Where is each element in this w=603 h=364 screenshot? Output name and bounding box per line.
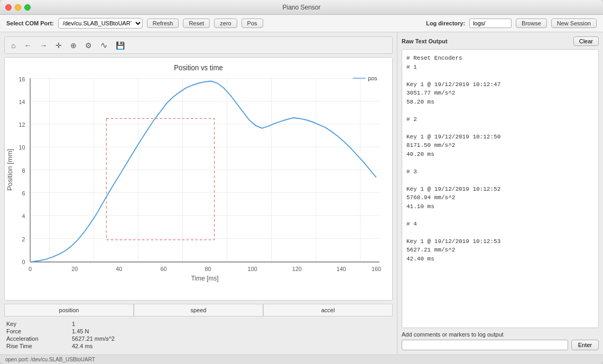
position-chart: Position vs time pos	[5, 58, 392, 300]
comment-input[interactable]	[402, 340, 568, 350]
svg-text:14: 14	[18, 98, 25, 105]
log-dir-label: Log directory:	[426, 20, 465, 26]
clear-button[interactable]: Clear	[573, 36, 599, 46]
svg-text:4: 4	[22, 213, 25, 220]
rise-time-value: 42.4 ms	[72, 343, 92, 349]
svg-text:20: 20	[71, 265, 78, 272]
svg-text:140: 140	[337, 265, 346, 272]
enter-button[interactable]: Enter	[571, 340, 599, 350]
toolbar: Select COM Port: /dev/cu.SLAB_USBtoUART …	[0, 15, 603, 32]
svg-text:6: 6	[22, 190, 25, 197]
close-button[interactable]	[5, 4, 12, 11]
svg-text:0: 0	[29, 265, 32, 272]
home-tool-button[interactable]: ⌂	[9, 40, 17, 51]
comment-row: Enter	[402, 340, 599, 350]
svg-text:Position vs time: Position vs time	[174, 63, 223, 72]
raw-output-text: # Reset Encoders # 1 Key 1 @ 19/12/2019 …	[406, 54, 594, 263]
save-tool-button[interactable]: 💾	[114, 40, 127, 51]
status-bar: open port: /dev/cu.SLAB_USBtoUART	[0, 354, 603, 364]
com-port-label: Select COM Port:	[6, 20, 54, 26]
accel-mode-button[interactable]: accel	[263, 304, 393, 316]
svg-text:Position [mm]: Position [mm]	[7, 149, 14, 191]
chart-toolbar: ⌂ ← → ✛ ⊕ ⚙ ∿ 💾	[4, 36, 393, 54]
force-row: Force 1.45 N	[6, 328, 391, 334]
browse-button[interactable]: Browse	[516, 18, 547, 28]
curve-tool-button[interactable]: ∿	[98, 39, 109, 51]
svg-text:80: 80	[205, 265, 211, 272]
back-tool-button[interactable]: ←	[22, 40, 33, 51]
chart-area[interactable]: Position vs time pos	[4, 57, 393, 301]
accel-label: Acceleration	[6, 335, 70, 342]
pan-tool-button[interactable]: ✛	[53, 40, 64, 51]
zero-button[interactable]: zero	[214, 18, 237, 28]
comment-label: Add comments or markers to log output	[402, 331, 599, 338]
refresh-button[interactable]: Refresh	[147, 18, 179, 28]
svg-text:120: 120	[292, 265, 302, 272]
rise-time-label: Rise Time	[6, 343, 70, 349]
force-value: 1.45 N	[72, 328, 89, 334]
new-session-button[interactable]: New Session	[551, 18, 597, 28]
window-title: Piano Sensor	[282, 4, 320, 11]
com-port-select[interactable]: /dev/cu.SLAB_USBtoUART	[58, 18, 143, 29]
settings-tool-button[interactable]: ⚙	[83, 40, 94, 51]
svg-text:40: 40	[116, 265, 122, 272]
data-section: Key 1 Force 1.45 N Acceleration 5627.21 …	[4, 320, 393, 350]
raw-output-area[interactable]: # Reset Encoders # 1 Key 1 @ 19/12/2019 …	[402, 49, 599, 328]
svg-text:8: 8	[22, 167, 25, 174]
titlebar: Piano Sensor	[0, 0, 603, 15]
chart-mode-buttons: position speed accel	[4, 304, 393, 316]
svg-text:160: 160	[372, 265, 381, 272]
accel-row: Acceleration 5627.21 mm/s^2	[6, 335, 391, 342]
svg-text:16: 16	[18, 76, 25, 82]
svg-text:10: 10	[18, 144, 25, 151]
raw-output-header: Raw Text Output Clear	[402, 36, 599, 46]
pos-button[interactable]: Pos	[242, 18, 263, 28]
key-label: Key	[6, 321, 70, 327]
zoom-tool-button[interactable]: ⊕	[68, 40, 79, 51]
forward-tool-button[interactable]: →	[38, 40, 49, 51]
rise-time-row: Rise Time 42.4 ms	[6, 343, 391, 349]
svg-rect-0	[5, 58, 392, 300]
right-panel: Raw Text Output Clear # Reset Encoders #…	[397, 32, 603, 354]
main-window: Piano Sensor Select COM Port: /dev/cu.SL…	[0, 0, 603, 364]
svg-text:0: 0	[22, 258, 25, 265]
reset-button[interactable]: Reset	[183, 18, 210, 28]
speed-mode-button[interactable]: speed	[134, 304, 263, 316]
status-text: open port: /dev/cu.SLAB_USBtoUART	[5, 357, 95, 362]
svg-text:2: 2	[22, 236, 25, 242]
position-mode-button[interactable]: position	[4, 304, 134, 316]
minimize-button[interactable]	[15, 4, 21, 11]
main-content: ⌂ ← → ✛ ⊕ ⚙ ∿ 💾 Position vs time po	[0, 32, 603, 354]
svg-text:12: 12	[18, 122, 25, 128]
svg-text:Time [ms]: Time [ms]	[191, 275, 218, 283]
maximize-button[interactable]	[24, 4, 31, 11]
accel-value: 5627.21 mm/s^2	[72, 335, 115, 342]
comment-section: Add comments or markers to log output En…	[402, 331, 599, 350]
svg-text:100: 100	[248, 265, 257, 272]
key-row: Key 1	[6, 321, 391, 327]
force-label: Force	[6, 328, 70, 334]
traffic-lights	[5, 4, 31, 11]
log-dir-input[interactable]	[469, 18, 512, 28]
raw-output-title: Raw Text Output	[402, 38, 448, 44]
svg-text:60: 60	[160, 265, 166, 272]
left-panel: ⌂ ← → ✛ ⊕ ⚙ ∿ 💾 Position vs time po	[0, 32, 397, 354]
key-value: 1	[72, 321, 75, 327]
